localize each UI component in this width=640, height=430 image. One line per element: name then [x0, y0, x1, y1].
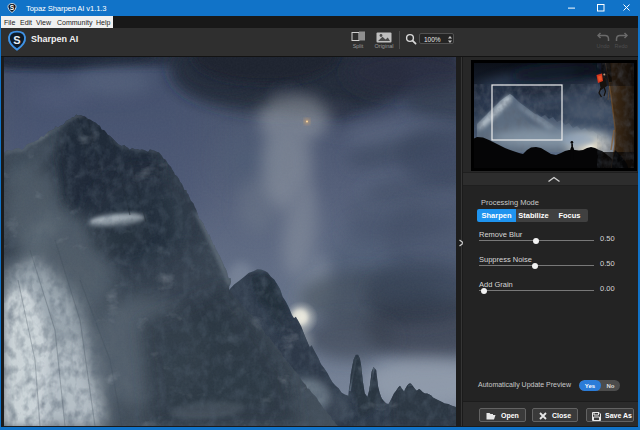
svg-text:S: S: [13, 34, 20, 46]
svg-text:S: S: [10, 4, 15, 11]
